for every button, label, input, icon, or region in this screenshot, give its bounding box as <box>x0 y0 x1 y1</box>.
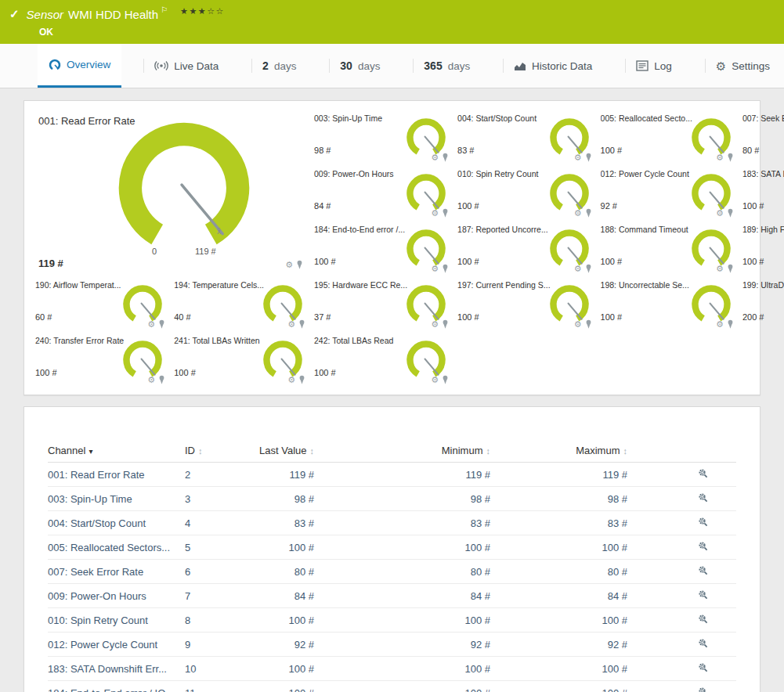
tab-30-days[interactable]: 30 days <box>329 44 391 88</box>
pin-icon[interactable] <box>442 375 449 384</box>
channel-settings-icon[interactable] <box>698 541 708 551</box>
gauge-gear-icon[interactable]: ⚙ <box>147 376 155 384</box>
gauge-tile[interactable]: 188: Command Timeout100 #⚙ <box>598 220 739 276</box>
tab-365-days[interactable]: 365 days <box>413 44 481 88</box>
pin-icon[interactable] <box>298 319 305 329</box>
gauge-tile[interactable]: 194: Temperature Cels...40 #⚙ <box>171 276 311 331</box>
channel-link[interactable]: 183: SATA Downshift Err... <box>48 663 167 675</box>
channel-link[interactable]: 012: Power Cycle Count <box>48 639 157 651</box>
gauge-tile[interactable]: 004: Start/Stop Count83 #⚙ <box>454 109 598 164</box>
gauge-tile[interactable]: 187: Reported Uncorre...100 #⚙ <box>454 220 598 276</box>
gauge-tile[interactable]: 197: Current Pending S...100 #⚙ <box>454 276 598 331</box>
cell-minimum: 119 # <box>314 469 490 481</box>
gauge-gear-icon[interactable]: ⚙ <box>716 265 724 273</box>
channel-settings-icon[interactable] <box>698 614 708 624</box>
pin-icon[interactable] <box>585 153 592 162</box>
channel-link[interactable]: 003: Spin-Up Time <box>48 493 132 505</box>
gauge-title: 183: SATA Downshift E... <box>742 169 784 178</box>
gauge-tile[interactable]: 012: Power Cycle Count92 #⚙ <box>598 164 739 220</box>
gauge-tile[interactable]: 242: Total LBAs Read100 #⚙ <box>311 331 454 387</box>
gauge-gear-icon[interactable]: ⚙ <box>574 265 582 273</box>
gauge-gear-icon[interactable]: ⚙ <box>287 320 295 329</box>
pin-icon[interactable] <box>727 264 734 273</box>
channel-link[interactable]: 007: Seek Error Rate <box>48 566 143 578</box>
gauge-tile[interactable]: 198: Uncorrectable Se...100 #⚙ <box>598 276 739 331</box>
gauge-gear-icon[interactable]: ⚙ <box>285 261 293 269</box>
col-header-maximum[interactable]: Maximum↕ <box>490 445 627 456</box>
star-rating[interactable]: ★★★☆☆ <box>180 6 225 16</box>
gauge-tile[interactable]: 241: Total LBAs Written100 #⚙ <box>171 331 311 387</box>
gauge-gear-icon[interactable]: ⚙ <box>147 320 155 329</box>
tab-settings[interactable]: ⚙ Settings <box>705 44 781 88</box>
channel-settings-icon[interactable] <box>698 638 708 648</box>
gauge-tile[interactable]: 005: Reallocated Secto...100 #⚙ <box>598 109 739 164</box>
gauge-gear-icon[interactable]: ⚙ <box>716 153 724 162</box>
pin-icon[interactable] <box>158 375 165 384</box>
pin-icon[interactable] <box>442 208 449 218</box>
gauge-gear-icon[interactable]: ⚙ <box>431 376 439 384</box>
channel-link[interactable]: 005: Reallocated Sectors... <box>48 542 170 553</box>
gauge-gear-icon[interactable]: ⚙ <box>574 320 582 329</box>
gauge-tile[interactable]: 003: Spin-Up Time98 #⚙ <box>311 109 454 164</box>
channel-link[interactable]: 001: Read Error Rate <box>48 469 145 481</box>
gauge-tile[interactable]: 010: Spin Retry Count100 #⚙ <box>454 164 598 220</box>
gauge-gear-icon[interactable]: ⚙ <box>716 209 724 218</box>
tab-live-data[interactable]: Live Data <box>143 44 229 88</box>
pin-icon[interactable] <box>442 153 449 162</box>
gauge-gear-icon[interactable]: ⚙ <box>574 153 582 162</box>
col-label: Maximum <box>576 445 620 456</box>
gauge-tile[interactable]: 240: Transfer Error Rate100 #⚙ <box>32 331 171 387</box>
cell-id: 11 <box>185 687 240 692</box>
pin-icon[interactable] <box>585 319 592 329</box>
table-header-row: Channel▾ ID↕ Last Value↕ Minimum↕ Maximu… <box>48 438 736 463</box>
gauge-tile[interactable]: 009: Power-On Hours84 #⚙ <box>311 164 454 220</box>
gauge-gear-icon[interactable]: ⚙ <box>431 320 439 329</box>
channel-settings-icon[interactable] <box>698 468 708 478</box>
gauge-tile[interactable]: 199: UltraDMA CRC Err...200 #⚙ <box>739 276 784 331</box>
col-header-channel[interactable]: Channel▾ <box>48 445 185 456</box>
main-gauge-tile[interactable]: 001: Read Error Rate x̄ 0 119 # 119 # ⚙ <box>32 109 311 276</box>
pin-icon[interactable] <box>585 264 592 273</box>
channel-link[interactable]: 010: Spin Retry Count <box>48 615 148 626</box>
channel-link[interactable]: 004: Start/Stop Count <box>48 517 146 529</box>
pin-icon[interactable] <box>442 319 449 329</box>
flag-icon[interactable]: ⚐ <box>161 5 168 14</box>
pin-icon[interactable] <box>296 260 303 269</box>
pin-icon[interactable] <box>585 208 592 218</box>
gauge-tile[interactable]: 183: SATA Downshift E...100 #⚙ <box>739 164 784 220</box>
tab-historic-data[interactable]: Historic Data <box>503 44 603 88</box>
channel-settings-icon[interactable] <box>698 589 708 600</box>
gauge-tile[interactable]: 195: Hardware ECC Re...37 #⚙ <box>311 276 454 331</box>
gauge-gear-icon[interactable]: ⚙ <box>431 265 439 273</box>
pin-icon[interactable] <box>727 208 734 218</box>
tab-overview[interactable]: Overview <box>38 44 121 88</box>
gauge-tile[interactable]: 184: End-to-End error /...100 #⚙ <box>311 220 454 276</box>
col-header-last-value[interactable]: Last Value↕ <box>240 445 314 456</box>
channel-settings-icon[interactable] <box>698 517 708 527</box>
pin-icon[interactable] <box>727 153 734 162</box>
col-header-id[interactable]: ID↕ <box>185 445 240 456</box>
gauge-tile[interactable]: 190: Airflow Temperat...60 #⚙ <box>32 276 171 331</box>
table-body: 001: Read Error Rate2119 #119 #119 #003:… <box>48 463 736 692</box>
pin-icon[interactable] <box>298 375 305 384</box>
channel-link[interactable]: 009: Power-On Hours <box>48 590 146 602</box>
gauge-gear-icon[interactable]: ⚙ <box>287 376 295 384</box>
channel-settings-icon[interactable] <box>698 687 708 692</box>
pin-icon[interactable] <box>727 319 734 329</box>
tab-2-days[interactable]: 2 days <box>251 44 307 88</box>
gauge-value: 100 # <box>742 257 764 266</box>
pin-icon[interactable] <box>158 319 165 329</box>
channel-link[interactable]: 184: End-to-End error / IO... <box>48 687 174 692</box>
channel-settings-icon[interactable] <box>698 492 708 503</box>
col-header-minimum[interactable]: Minimum↕ <box>314 445 490 456</box>
pin-icon[interactable] <box>442 264 449 273</box>
gauge-tile[interactable]: 007: Seek Error Rate80 #⚙ <box>739 109 784 164</box>
tab-log[interactable]: Log <box>625 44 683 88</box>
channel-settings-icon[interactable] <box>698 565 708 575</box>
gauge-gear-icon[interactable]: ⚙ <box>431 209 439 218</box>
gauge-tile[interactable]: 189: High Fly Writes100 #⚙ <box>739 220 784 276</box>
gauge-gear-icon[interactable]: ⚙ <box>716 320 724 329</box>
gauge-gear-icon[interactable]: ⚙ <box>431 153 439 162</box>
gauge-gear-icon[interactable]: ⚙ <box>574 209 582 218</box>
channel-settings-icon[interactable] <box>698 662 708 672</box>
